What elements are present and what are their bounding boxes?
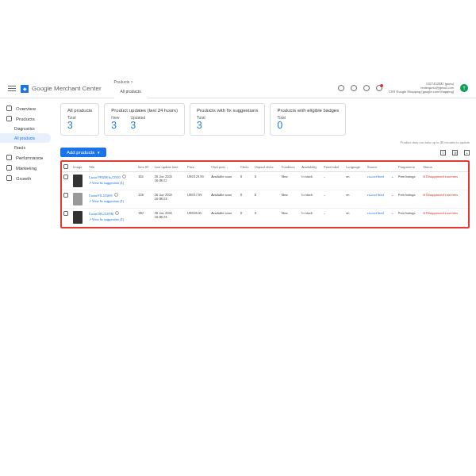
products-table: ImageTitleItem IDLast update timePriceCl… — [62, 162, 468, 227]
cell-image — [71, 190, 87, 209]
product-title-link[interactable]: Casio FX-115ES — [89, 194, 113, 198]
cell-programme: Free listings — [397, 190, 421, 209]
table-row: Casio FX-115ES↗ View fix suggestion (1)1… — [62, 190, 468, 209]
summary-card[interactable]: Product updates (last 24 hours)New3Updat… — [104, 103, 185, 136]
cell-expand: ⌄ — [390, 190, 397, 209]
summary-card[interactable]: Products with eligible badgesTotal0 — [270, 103, 346, 136]
column-header[interactable]: Last update time — [153, 162, 186, 172]
sidebar-item-growth[interactable]: Growth — [0, 173, 54, 183]
breadcrumb: Products > All products — [114, 79, 148, 98]
column-header[interactable]: Image — [71, 162, 87, 172]
info-icon[interactable] — [115, 211, 119, 215]
main-content: All productsTotal3Product updates (last … — [54, 98, 476, 397]
column-header[interactable]: Status — [421, 162, 468, 172]
avatar[interactable]: T — [460, 84, 468, 92]
cell-update-time: 26 Jan 202416:38:23 — [153, 190, 186, 209]
column-header[interactable]: Programme — [397, 162, 421, 172]
sidebar: Overview Products Diagnostics All produc… — [0, 98, 54, 397]
download-icon[interactable]: ⭳ — [464, 150, 470, 155]
sidebar-item-performance[interactable]: Performance — [0, 152, 54, 163]
cell-condition: New — [280, 209, 301, 227]
cell-title: Casio DR-210TM↗ View fix suggestion (1) — [87, 209, 136, 227]
account-info: 5327452032 (pinta) testespinta@gmail.com… — [389, 83, 454, 94]
select-all-checkbox[interactable] — [63, 164, 68, 169]
column-header[interactable]: Title — [87, 162, 136, 172]
column-header[interactable]: Item ID — [136, 162, 153, 172]
cell-availability: In stock — [300, 209, 322, 227]
cell-expand: ⌄ — [390, 209, 397, 227]
sidebar-item-marketing[interactable]: Marketing — [0, 163, 54, 173]
toolbar: Add products ▽ ▥ ⭳ — [60, 148, 470, 157]
cell-item-id: 104 — [136, 172, 153, 190]
chevron-down-icon[interactable]: ⌄ — [391, 175, 393, 178]
product-title-link[interactable]: Casio DR-210TM — [89, 212, 113, 216]
cell-status: Disapproved countries — [421, 209, 468, 227]
column-header[interactable]: Condition — [280, 162, 301, 172]
column-header[interactable]: Clicks — [239, 162, 253, 172]
column-header[interactable] — [62, 162, 71, 172]
cell-condition: New — [280, 172, 301, 190]
sidebar-item-feeds[interactable]: Feeds — [0, 143, 54, 152]
cell-clicks: 0 — [239, 190, 253, 209]
breadcrumb-current: All products — [114, 84, 148, 98]
column-header[interactable]: Feed label — [322, 162, 344, 172]
sidebar-item-overview[interactable]: Overview — [0, 103, 54, 113]
fix-suggestion-link[interactable]: ↗ View fix suggestion (1) — [89, 217, 135, 221]
column-header[interactable]: Price — [186, 162, 209, 172]
summary-cards: All productsTotal3Product updates (last … — [60, 103, 470, 136]
info-icon[interactable] — [114, 193, 118, 197]
column-header[interactable]: Availability — [300, 162, 322, 172]
cell-title: Casio PRIZM fx-CG10↗ View fix suggestion… — [87, 172, 136, 190]
summary-card[interactable]: Products with fix suggestionsTotal3 — [190, 103, 265, 136]
cell-update-time: 26 Jan 202416:38:22 — [153, 172, 186, 190]
chevron-down-icon[interactable]: ⌄ — [391, 211, 393, 215]
column-header[interactable]: Source — [366, 162, 390, 172]
chevron-down-icon[interactable]: ⌄ — [391, 193, 393, 197]
fix-suggestion-link[interactable]: ↗ View fix suggestion (1) — [89, 181, 135, 185]
column-header[interactable]: Unpaid clicks — [253, 162, 280, 172]
filter-icon[interactable]: ▽ — [440, 150, 446, 155]
cell-language: en — [344, 172, 366, 190]
row-checkbox[interactable] — [63, 211, 68, 216]
column-header[interactable]: Click potn ↓ — [209, 162, 239, 172]
help-icon[interactable] — [363, 85, 370, 91]
columns-icon[interactable]: ▥ — [452, 150, 458, 155]
cell-title: Casio FX-115ES↗ View fix suggestion (1) — [87, 190, 136, 209]
product-image — [73, 175, 83, 187]
row-checkbox[interactable] — [63, 193, 68, 198]
mail-icon[interactable] — [351, 85, 357, 91]
table-row: Casio PRIZM fx-CG10↗ View fix suggestion… — [62, 172, 468, 190]
cell-availability: In stock — [300, 172, 322, 190]
cell-feed-label: - — [322, 190, 344, 209]
cell-availability: In stock — [300, 190, 322, 209]
cell-update-time: 26 Jan 202416:38:23 — [153, 209, 186, 227]
column-header[interactable] — [390, 162, 397, 172]
cell-price: USD17.99 — [186, 190, 209, 209]
cell-source[interactable]: cs-cart feed — [366, 209, 390, 227]
cell-source[interactable]: cs-cart feed — [366, 172, 390, 190]
cell-source[interactable]: cs-cart feed — [366, 190, 390, 209]
cell-clicks: 0 — [239, 209, 253, 227]
row-checkbox[interactable] — [63, 175, 68, 179]
summary-card[interactable]: All productsTotal3 — [60, 103, 99, 136]
column-header[interactable]: Language — [344, 162, 366, 172]
sidebar-item-diagnostics[interactable]: Diagnostics — [0, 124, 54, 133]
sidebar-item-products[interactable]: Products — [0, 113, 54, 124]
cell-feed-label: - — [322, 172, 344, 190]
cell-status: Disapproved countries — [421, 190, 468, 209]
add-products-button[interactable]: Add products — [60, 148, 106, 157]
cell-click-potential: Available soon — [209, 190, 239, 209]
menu-icon[interactable] — [8, 85, 16, 93]
cell-feed-label: - — [322, 209, 344, 227]
cell-condition: New — [280, 190, 301, 209]
info-icon[interactable] — [122, 175, 126, 178]
sidebar-item-all-products[interactable]: All products — [0, 133, 51, 143]
notifications-icon[interactable] — [376, 85, 382, 91]
fix-suggestion-link[interactable]: ↗ View fix suggestion (1) — [89, 199, 135, 203]
table-row: Casio DR-210TM↗ View fix suggestion (1)1… — [62, 209, 468, 227]
product-title-link[interactable]: Casio PRIZM fx-CG10 — [89, 175, 121, 179]
cell-language: en — [344, 209, 366, 227]
tools-icon[interactable] — [338, 85, 344, 91]
cell-clicks: 0 — [239, 172, 253, 190]
products-table-highlight: ImageTitleItem IDLast update timePriceCl… — [60, 160, 470, 228]
